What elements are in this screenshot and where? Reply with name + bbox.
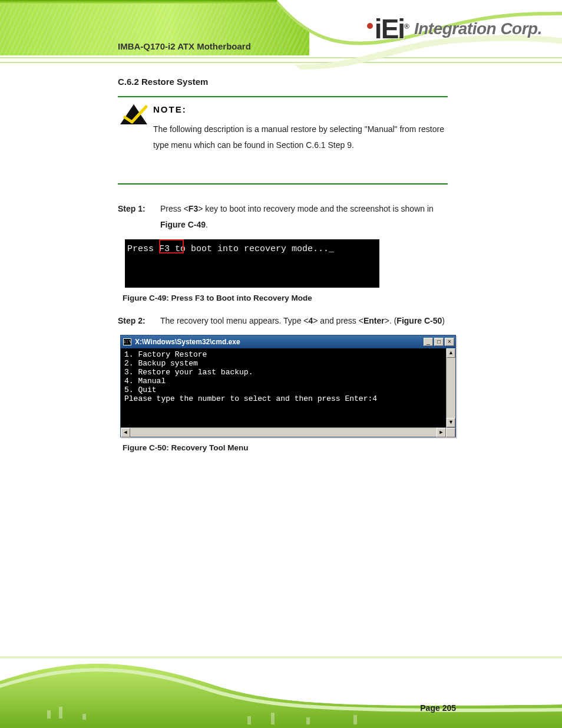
note-title: NOTE:	[153, 104, 444, 114]
cmd-line-2: 2. Backup system	[124, 359, 198, 368]
step-1: Step 1: Press <F3> key to boot into reco…	[118, 201, 448, 233]
maximize-button[interactable]: □	[434, 338, 444, 346]
svg-rect-7	[353, 715, 357, 724]
step-2-text-a: The recovery tool menu appears. Type <	[160, 316, 309, 325]
cmd-line-4: 4. Manual	[124, 377, 166, 386]
note-body: The following description is a manual re…	[153, 121, 444, 153]
cmd-line-5: 5. Quit	[124, 386, 157, 394]
scroll-track[interactable]	[447, 358, 455, 418]
footer-band	[0, 657, 562, 728]
step-1-figref: Figure C-49	[160, 220, 206, 229]
main-content: C.6.2 Restore System NOTE: The following…	[118, 77, 448, 463]
figure-console: Press F3 to boot into recovery mode..._	[125, 239, 379, 288]
scroll-right-button[interactable]: ►	[437, 428, 446, 437]
cmd-window: c:\ X:\Windows\System32\cmd.exe _ □ × 1.…	[120, 335, 456, 437]
close-button[interactable]: ×	[445, 338, 454, 346]
step-2: Step 2: The recovery tool menu appears. …	[118, 313, 448, 329]
note-box: NOTE: The following description is a man…	[118, 96, 448, 185]
cmd-line-3: 3. Restore your last backup.	[124, 368, 253, 377]
cmd-title-text: X:\Windows\System32\cmd.exe	[135, 338, 420, 346]
horizontal-scrollbar[interactable]: ◄ ►	[121, 427, 455, 437]
cmd-icon: c:\	[123, 338, 131, 345]
svg-rect-6	[306, 717, 310, 724]
step-2-key2: Enter	[363, 316, 385, 325]
svg-rect-4	[247, 716, 251, 724]
header-band: iEi® Integration Corp. IMBA-Q170-i2 ATX …	[0, 0, 562, 66]
svg-rect-2	[59, 707, 62, 719]
logo-dot-icon	[367, 23, 373, 29]
scroll-corner	[446, 428, 455, 437]
console-line: Press F3 to boot into recovery mode..._	[127, 244, 334, 254]
scroll-up-button[interactable]: ▲	[447, 348, 455, 358]
step-2-figref: Figure C-50	[396, 316, 442, 325]
note-icon	[119, 103, 148, 126]
step-1-text-a: Press <	[160, 204, 189, 213]
step-1-text-b: > key to boot into recovery mode and the…	[198, 204, 434, 213]
product-name: IMBA-Q170-i2 ATX Motherboard	[118, 41, 251, 51]
figure-2-caption: Figure C-50: Recovery Tool Menu	[123, 443, 448, 452]
logo-text: iEi®	[367, 13, 408, 45]
step-2-text-d: )	[442, 316, 445, 325]
step-1-label: Step 1:	[118, 201, 146, 217]
header-swoosh	[277, 0, 562, 71]
cmd-line-6: Please type the number to select and the…	[124, 394, 377, 403]
page-number: Page 205	[420, 703, 456, 713]
svg-rect-5	[271, 713, 275, 724]
hscroll-track[interactable]	[130, 428, 437, 437]
cmd-titlebar: c:\ X:\Windows\System32\cmd.exe _ □ ×	[121, 335, 455, 348]
minimize-button[interactable]: _	[424, 338, 433, 346]
svg-rect-3	[82, 714, 86, 720]
brand-logo: iEi® Integration Corp.	[367, 13, 542, 45]
step-2-text-b: > and press <	[313, 316, 363, 325]
step-2-label: Step 2:	[118, 313, 146, 329]
scroll-down-button[interactable]: ▼	[447, 418, 455, 427]
scroll-left-button[interactable]: ◄	[121, 428, 130, 437]
cmd-line-1: 1. Factory Restore	[124, 350, 207, 359]
section-heading: C.6.2 Restore System	[118, 77, 448, 87]
step-1-key: F3	[189, 204, 198, 213]
cmd-body: 1. Factory Restore 2. Backup system 3. R…	[121, 348, 446, 427]
bottom-divider	[0, 656, 562, 658]
step-2-text-c: >. (	[385, 316, 397, 325]
vertical-scrollbar[interactable]: ▲ ▼	[446, 348, 455, 427]
svg-rect-1	[47, 710, 51, 719]
logo-corp-text: Integration Corp.	[414, 19, 542, 38]
figure-1-caption: Figure C-49: Press F3 to Boot into Recov…	[123, 294, 448, 302]
